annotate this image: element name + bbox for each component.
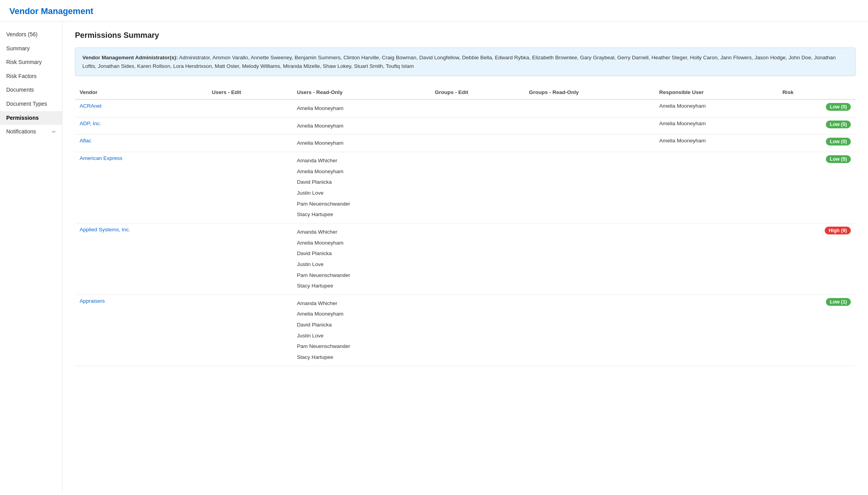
sidebar-item-summary[interactable]: Summary	[0, 42, 62, 56]
user-read-entry: Stacy Hartupee	[297, 352, 426, 363]
cell-users-read: Amelia Mooneyham	[292, 117, 430, 135]
col-header-responsible-user: Responsible User	[655, 85, 778, 99]
cell-groups-read	[524, 295, 655, 366]
table-body: ACRAnetAmelia MooneyhamAmelia MooneyhamL…	[75, 99, 856, 366]
user-read-entry: Amanda Whicher	[297, 227, 426, 238]
cell-users-read: Amanda WhicherAmelia MooneyhamDavid Plan…	[292, 152, 430, 224]
vendor-link[interactable]: ADP, Inc.	[80, 121, 101, 126]
main-content: Permissions Summary Vendor Management Ad…	[62, 21, 868, 493]
col-header-groups-edit: Groups - Edit	[430, 85, 524, 99]
risk-badge: Low (1)	[826, 298, 851, 306]
vendor-link[interactable]: American Express	[80, 155, 123, 161]
risk-badge: Low (5)	[826, 121, 851, 128]
col-header-users-read: Users - Read-Only	[292, 85, 430, 99]
cell-vendor: Appraisers	[75, 295, 207, 366]
admin-info-box: Vendor Management Administrator(s): Admi…	[75, 48, 856, 76]
col-header-vendor: Vendor	[75, 85, 207, 99]
cell-users-edit	[207, 295, 292, 366]
cell-users-edit	[207, 117, 292, 135]
cell-users-edit	[207, 99, 292, 117]
user-read-entry: Amanda Whicher	[297, 298, 426, 309]
col-header-groups-read: Groups - Read-Only	[524, 85, 655, 99]
edit-icon: ✏	[52, 129, 56, 135]
sidebar-item-risk-summary[interactable]: Risk Summary	[0, 55, 62, 69]
app-header: Vendor Management	[0, 0, 868, 21]
cell-vendor: ACRAnet	[75, 99, 207, 117]
cell-groups-read	[524, 99, 655, 117]
cell-users-read: Amanda WhicherAmelia MooneyhamDavid Plan…	[292, 295, 430, 366]
cell-groups-edit	[430, 135, 524, 152]
vendor-link[interactable]: Applied Systems, Inc.	[80, 227, 130, 232]
sidebar-item-risk-factors[interactable]: Risk Factors	[0, 69, 62, 83]
cell-risk: Low (5)	[778, 117, 856, 135]
table-row: AppraisersAmanda WhicherAmelia Mooneyham…	[75, 295, 856, 366]
user-read-entry: Amelia Mooneyham	[297, 103, 426, 114]
cell-groups-read	[524, 135, 655, 152]
user-read-entry: Pam Neuenschwander	[297, 341, 426, 352]
cell-risk: High (9)	[778, 223, 856, 295]
sidebar-item-documents[interactable]: Documents	[0, 83, 62, 97]
cell-users-edit	[207, 135, 292, 152]
cell-responsible-user: Amelia Mooneyham	[655, 117, 778, 135]
vendor-link[interactable]: ACRAnet	[80, 103, 101, 109]
col-header-risk: Risk	[778, 85, 856, 99]
cell-groups-read	[524, 223, 655, 295]
risk-badge: Low (5)	[826, 155, 851, 163]
user-read-entry: Amelia Mooneyham	[297, 238, 426, 248]
user-read-entry: Amelia Mooneyham	[297, 121, 426, 131]
user-read-entry: Pam Neuenschwander	[297, 199, 426, 209]
user-read-entry: Amanda Whicher	[297, 155, 426, 166]
vendor-link[interactable]: Aflac	[80, 138, 91, 144]
vendor-link[interactable]: Appraisers	[80, 298, 105, 304]
app-title: Vendor Management	[9, 6, 859, 16]
cell-users-read: Amanda WhicherAmelia MooneyhamDavid Plan…	[292, 223, 430, 295]
cell-users-edit	[207, 152, 292, 224]
cell-vendor: ADP, Inc.	[75, 117, 207, 135]
risk-badge: Low (0)	[826, 103, 851, 111]
cell-groups-edit	[430, 295, 524, 366]
cell-risk: Low (5)	[778, 152, 856, 224]
cell-groups-edit	[430, 152, 524, 224]
cell-groups-edit	[430, 117, 524, 135]
admin-label: Vendor Management Administrator(s):	[82, 55, 178, 60]
table-row: Applied Systems, Inc.Amanda WhicherAmeli…	[75, 223, 856, 295]
cell-groups-read	[524, 152, 655, 224]
cell-risk: Low (1)	[778, 295, 856, 366]
user-read-entry: Amelia Mooneyham	[297, 309, 426, 319]
cell-risk: Low (0)	[778, 99, 856, 117]
table-header-row: VendorUsers - EditUsers - Read-OnlyGroup…	[75, 85, 856, 99]
cell-groups-edit	[430, 99, 524, 117]
table-row: American ExpressAmanda WhicherAmelia Moo…	[75, 152, 856, 224]
table-row: ACRAnetAmelia MooneyhamAmelia MooneyhamL…	[75, 99, 856, 117]
sidebar-item-notifications[interactable]: Notifications✏	[0, 125, 62, 139]
cell-risk: Low (0)	[778, 135, 856, 152]
user-read-entry: Justin Love	[297, 259, 426, 270]
user-read-entry: Justin Love	[297, 330, 426, 341]
sidebar-item-label: Notifications	[6, 128, 36, 136]
table-row: ADP, Inc.Amelia MooneyhamAmelia Mooneyha…	[75, 117, 856, 135]
sidebar-item-vendors[interactable]: Vendors (56)	[0, 28, 62, 42]
user-read-entry: David Planicka	[297, 248, 426, 259]
cell-responsible-user: Amelia Mooneyham	[655, 99, 778, 117]
cell-responsible-user: Amelia Mooneyham	[655, 135, 778, 152]
sidebar: Vendors (56)SummaryRisk SummaryRisk Fact…	[0, 21, 62, 493]
main-layout: Vendors (56)SummaryRisk SummaryRisk Fact…	[0, 21, 868, 493]
user-read-entry: Justin Love	[297, 188, 426, 199]
table-row: AflacAmelia MooneyhamAmelia MooneyhamLow…	[75, 135, 856, 152]
user-read-entry: Pam Neuenschwander	[297, 270, 426, 281]
cell-vendor: Applied Systems, Inc.	[75, 223, 207, 295]
user-read-entry: Amelia Mooneyham	[297, 138, 426, 149]
cell-responsible-user	[655, 152, 778, 224]
cell-groups-edit	[430, 223, 524, 295]
permissions-table: VendorUsers - EditUsers - Read-OnlyGroup…	[75, 85, 856, 366]
sidebar-item-document-types[interactable]: Document Types	[0, 97, 62, 111]
user-read-entry: Stacy Hartupee	[297, 209, 426, 220]
cell-users-read: Amelia Mooneyham	[292, 99, 430, 117]
user-read-entry: David Planicka	[297, 319, 426, 330]
cell-responsible-user	[655, 223, 778, 295]
cell-users-read: Amelia Mooneyham	[292, 135, 430, 152]
cell-groups-read	[524, 117, 655, 135]
table-header: VendorUsers - EditUsers - Read-OnlyGroup…	[75, 85, 856, 99]
cell-users-edit	[207, 223, 292, 295]
sidebar-item-permissions[interactable]: Permissions	[0, 111, 62, 125]
